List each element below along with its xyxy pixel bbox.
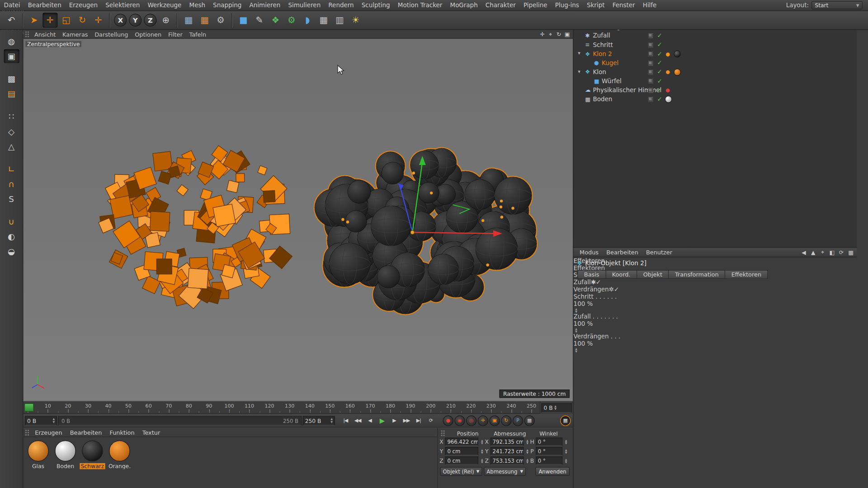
config-icon[interactable]: ▦ — [847, 249, 854, 256]
tab-basis[interactable]: Basis — [577, 270, 606, 279]
menubar-item-bearbeiten[interactable]: Bearbeiten — [24, 0, 65, 11]
stepper-arrows-icon[interactable]: ▲▼ — [526, 448, 528, 454]
timeline-playhead[interactable] — [24, 404, 34, 412]
stepper-arrows-icon[interactable]: ▲▼ — [575, 308, 857, 313]
material-item-glas[interactable]: Glas — [25, 441, 51, 469]
render-picture-viewer-button[interactable]: ▦ — [197, 13, 212, 28]
coordinate-field[interactable]: 241.723 cm — [491, 447, 524, 455]
timeline-ruler[interactable]: 0102030405060708090100110120130140150160… — [23, 401, 539, 414]
object-row-schritt[interactable]: ≡Schritt✓ — [574, 41, 857, 50]
add-cube-object[interactable]: ■ — [236, 13, 251, 28]
coordinate-field[interactable]: 0 cm — [445, 456, 478, 465]
next-frame-button[interactable]: ▶ — [388, 415, 400, 426]
texture-tag-icon[interactable] — [665, 96, 672, 103]
timeline-mode-button[interactable]: ▦ — [560, 415, 571, 426]
tag-dot-icon[interactable] — [666, 52, 670, 56]
autokey-button[interactable]: ◉ — [454, 415, 465, 426]
coordinate-field[interactable]: 0 ° — [536, 456, 562, 465]
menubar-item-mesh[interactable]: Mesh — [185, 0, 209, 11]
last-used-tool[interactable]: ✛ — [91, 13, 106, 28]
undo-button[interactable]: ↶ — [4, 13, 19, 28]
viewport-menu-tafeln[interactable]: Tafeln — [186, 30, 209, 38]
texture-tag-icon[interactable] — [674, 51, 681, 58]
next-key-button[interactable]: ▶▶ — [400, 415, 412, 426]
enable-snap-button[interactable]: ∩ — [4, 177, 19, 191]
stepper-arrows-icon[interactable]: ▲▼ — [52, 418, 55, 423]
texture-tag-icon[interactable] — [674, 69, 681, 76]
play-button[interactable]: ▶ — [376, 415, 388, 426]
tag-dot-icon[interactable] — [666, 70, 670, 75]
up-arrow-icon[interactable]: ▲ — [809, 249, 817, 256]
drag-handle-icon[interactable] — [25, 31, 29, 38]
stepper-arrows-icon[interactable]: ▲▼ — [565, 439, 567, 445]
live-selection-tool[interactable]: ➤ — [27, 13, 42, 28]
apply-button[interactable]: Anwenden — [535, 467, 570, 476]
stepper-arrows-icon[interactable]: ▲▼ — [481, 458, 483, 463]
enabled-check-icon[interactable]: ✓ — [614, 286, 619, 293]
object-row-boden[interactable]: ▦Boden✓ — [574, 95, 857, 104]
rotate-tool[interactable]: ↻ — [75, 13, 90, 28]
layout-dropdown[interactable]: Start ▼ — [811, 1, 863, 9]
menubar-item-animieren[interactable]: Animieren — [245, 0, 284, 11]
coordinate-system-toggle[interactable]: ⊕ — [158, 13, 173, 28]
timeline-range-bar[interactable]: 0 B 250 B — [58, 416, 302, 425]
slider-value-field[interactable]: 100 %▲▼ — [574, 320, 857, 333]
stepper-arrows-icon[interactable]: ▲▼ — [575, 347, 857, 353]
viewport-scene[interactable] — [23, 39, 573, 401]
tab-transformation[interactable]: Transformation — [669, 270, 726, 279]
menubar-item-skript[interactable]: Skript — [583, 0, 609, 11]
coordinate-field[interactable]: 0 cm — [445, 447, 478, 455]
record-position-toggle[interactable]: ✛ — [478, 415, 488, 426]
menubar-item-selektieren[interactable]: Selektieren — [102, 0, 144, 11]
tab-koord-[interactable]: Koord. — [606, 270, 637, 279]
coordinate-field[interactable]: 0 ° — [536, 438, 562, 446]
rotate-view-icon[interactable]: ↻ — [555, 30, 563, 38]
scale-tool[interactable]: ◱ — [59, 13, 74, 28]
axis-mode-button[interactable]: ∟ — [4, 162, 19, 176]
record-parameter-toggle[interactable]: P — [513, 415, 523, 426]
object-row-klon-2[interactable]: ▾❖Klon 2✓ — [574, 50, 857, 59]
visibility-toggle[interactable] — [648, 79, 653, 84]
attribute-menu-modus[interactable]: Modus — [576, 248, 602, 257]
stepper-arrows-icon[interactable]: ▲▼ — [554, 405, 557, 410]
effector-item-verdrangen[interactable]: Verdrängen✲✓ — [574, 286, 857, 293]
maximize-view-icon[interactable]: ▣ — [563, 30, 571, 38]
slider-value-field[interactable]: 100 %▲▼ — [574, 340, 857, 353]
menubar-item-erzeugen[interactable]: Erzeugen — [65, 0, 101, 11]
find-icon[interactable]: ⌖ — [819, 249, 826, 256]
lock-x-axis[interactable]: X — [114, 14, 127, 27]
object-row-kugel[interactable]: ●Kugel✓ — [574, 59, 857, 68]
effector-item-zufall[interactable]: Zufall✱✓ — [574, 279, 857, 286]
enabled-check-icon[interactable]: ✓ — [657, 77, 662, 84]
menubar-item-hilfe[interactable]: Hilfe — [639, 0, 660, 11]
stepper-arrows-icon[interactable]: ▲▼ — [526, 458, 528, 463]
menubar-item-motion-tracker[interactable]: Motion Tracker — [394, 0, 446, 11]
back-arrow-icon[interactable]: ◀ — [800, 249, 807, 256]
model-mode-button[interactable]: ▣ — [4, 49, 19, 63]
enabled-check-icon[interactable]: ✓ — [657, 41, 662, 48]
pan-view-icon[interactable]: ✛ — [538, 30, 546, 38]
menubar-item-werkzeuge[interactable]: Werkzeuge — [144, 0, 185, 11]
polygons-mode-button[interactable]: △ — [4, 140, 19, 154]
drag-handle-icon[interactable] — [441, 430, 445, 436]
spline-pen-tool[interactable]: ✎ — [252, 13, 267, 28]
visibility-toggle[interactable] — [648, 61, 653, 66]
viewport-menu-optionen[interactable]: Optionen — [132, 30, 165, 38]
visibility-toggle[interactable] — [648, 97, 653, 102]
record-scale-toggle[interactable]: ▣ — [489, 415, 500, 426]
simulation-menu[interactable]: ⚙ — [284, 13, 299, 28]
stepper-arrows-icon[interactable]: ▲▼ — [565, 458, 567, 463]
volume-menu[interactable]: ▦ — [316, 13, 331, 28]
enabled-check-icon[interactable]: ✓ — [657, 32, 662, 39]
stepper-arrows-icon[interactable]: ▲▼ — [575, 328, 857, 333]
attribute-menu-bearbeiten[interactable]: Bearbeiten — [603, 248, 642, 257]
stepper-arrows-icon[interactable]: ▲▼ — [330, 418, 333, 423]
viewport-menu-darstellung[interactable]: Darstellung — [91, 30, 132, 38]
record-rotation-toggle[interactable]: ↻ — [501, 415, 511, 426]
object-row-physikalischer-himmel[interactable]: ☁Physikalischer Himmel✓ — [574, 86, 857, 95]
menubar-item-fenster[interactable]: Fenster — [609, 0, 639, 11]
scene-canvas[interactable] — [23, 39, 573, 401]
viewport-menu-filter[interactable]: Filter — [165, 30, 186, 38]
stepper-arrows-icon[interactable]: ▲▼ — [481, 448, 483, 454]
points-mode-button[interactable]: ∷ — [4, 109, 19, 123]
